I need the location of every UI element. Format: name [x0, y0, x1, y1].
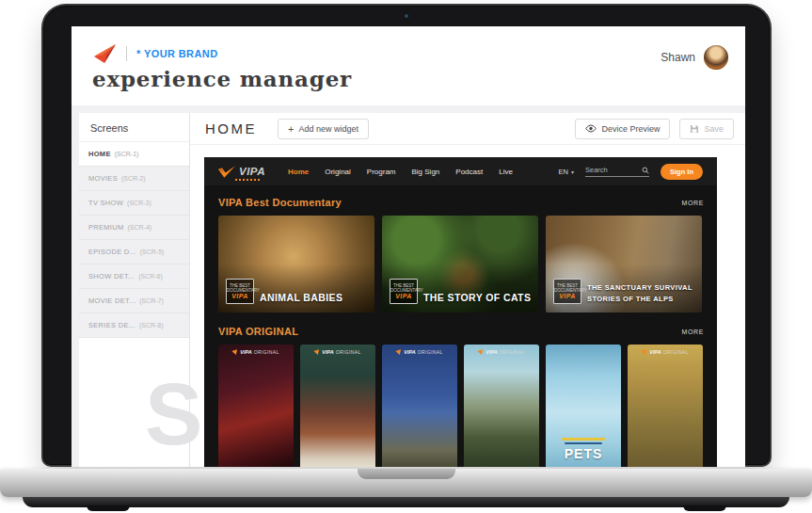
laptop-base	[0, 469, 812, 497]
chevron-down-icon: ▾	[571, 168, 574, 175]
poster-red-action-drama[interactable]: VIPA ORIGINAL	[218, 345, 294, 467]
poster-city-trio[interactable]: VIPA ORIGINAL	[464, 345, 539, 467]
sidebar-item-home[interactable]: HOME (SCR-1)	[79, 142, 189, 167]
vipa-documentary-badge: THE BEST DOCUMENTARY VIPA	[226, 279, 254, 304]
vipa-original-badge: VIPA ORIGINAL	[300, 349, 375, 355]
vipa-original-badge: VIPA ORIGINAL	[382, 349, 457, 355]
save-label: Save	[704, 124, 724, 134]
brand-name: * YOUR BRAND	[136, 48, 218, 59]
screen-code: (SCR-7)	[139, 297, 164, 304]
sign-in-button[interactable]: Sign In	[661, 164, 703, 180]
card-title: THE SANCTUARY SURVIVAL STORIES OF THE AL…	[587, 282, 696, 305]
pets-title: PETS	[565, 446, 603, 461]
pets-subtitle-bar	[565, 442, 602, 444]
poster-bicycle-ride[interactable]: VIPA ORIGINAL	[628, 345, 703, 467]
site-nav-right: EN ▾ Search Sign In	[559, 164, 703, 180]
poster-food-show[interactable]: VIPA ORIGINAL	[300, 345, 375, 467]
documentary-card-animal-babies[interactable]: THE BEST DOCUMENTARY VIPA ANIMAL BABIES	[218, 216, 374, 313]
sidebar-item-episode-detail[interactable]: EPISODE D... (SCR-5)	[79, 240, 189, 265]
screen-title: HOME	[205, 120, 257, 136]
poster-badge-label: ORIGINAL	[500, 349, 525, 355]
laptop-lid-notch	[358, 469, 455, 479]
screen-label: HOME	[88, 150, 111, 158]
sidebar-item-show-detail[interactable]: SHOW DET... (SCR-6)	[79, 265, 189, 289]
badge-brand-text: VIPA	[559, 293, 575, 299]
language-dropdown[interactable]: EN ▾	[559, 168, 574, 176]
screen-label: SERIES DE...	[88, 321, 135, 329]
badge-top-text: THE BEST DOCUMENTARY	[554, 283, 581, 294]
site-navbar: VIPA Home Original Program Big Sign Podc…	[204, 157, 717, 185]
device-preview-label: Device Preview	[601, 124, 660, 134]
vipa-original-badge: VIPA ORIGINAL	[628, 349, 703, 355]
laptop-foot	[683, 505, 726, 511]
card-title: ANIMAL BABIES	[260, 292, 342, 303]
vipa-wordmark: VIPA	[239, 166, 265, 177]
avatar[interactable]	[704, 45, 728, 70]
screen-label: MOVIE DET...	[88, 297, 135, 305]
vipa-original-badge: VIPA ORIGINAL	[464, 349, 539, 355]
pets-title-block: PETS	[546, 438, 621, 461]
screen-label: PREMIUM	[88, 223, 124, 232]
save-button[interactable]: Save	[679, 119, 734, 139]
page-title: experience manager	[92, 66, 352, 91]
sidebar-item-premium[interactable]: PREMIUM (SCR-4)	[79, 216, 189, 240]
badge-brand-text: VIPA	[395, 293, 411, 299]
poster-girl-trio[interactable]: VIPA ORIGINAL	[382, 345, 457, 467]
user-box: Shawn	[661, 45, 728, 70]
sidebar-item-series-detail[interactable]: SERIES DE... (SCR-8)	[79, 313, 189, 338]
site-nav-original[interactable]: Original	[325, 168, 351, 176]
search-placeholder: Search	[585, 166, 608, 174]
section-title: VIPA Best Documentary	[218, 197, 342, 208]
screen-code: (SCR-8)	[139, 322, 164, 329]
brand-row: * YOUR BRAND	[92, 43, 218, 64]
plus-icon: +	[288, 125, 294, 133]
device-preview-panel: VIPA Home Original Program Big Sign Podc…	[204, 157, 717, 467]
poster-pets[interactable]: PETS	[546, 345, 621, 467]
sidebar-item-movies[interactable]: MOVIES (SCR-2)	[79, 167, 189, 191]
site-nav-program[interactable]: Program	[367, 168, 396, 176]
badge-top-text: THE BEST DOCUMENTARY	[390, 283, 417, 294]
screen-label: MOVIES	[88, 174, 118, 183]
screen-code: (SCR-1)	[115, 151, 139, 157]
screen-code: (SCR-4)	[128, 224, 152, 231]
poster-badge-brand: VIPA	[649, 349, 661, 355]
vipa-glyph-icon	[478, 349, 485, 356]
section-head-documentary: VIPA Best Documentary MORE	[204, 197, 717, 208]
screen-label: EPISODE D...	[88, 248, 136, 256]
section-head-original: VIPA ORIGINAL MORE	[204, 326, 717, 337]
add-new-widget-button[interactable]: + Add new widget	[278, 119, 369, 139]
site-nav-home[interactable]: Home	[288, 168, 309, 176]
device-preview-button[interactable]: Device Preview	[575, 119, 670, 139]
documentary-card-story-of-cats[interactable]: THE BEST DOCUMENTARY VIPA THE STORY OF C…	[382, 216, 538, 313]
sidebar-title: Screens	[79, 113, 189, 142]
search-icon	[642, 167, 649, 174]
pets-banner-bar	[562, 438, 605, 441]
main-toolbar: HOME + Add new widget Device Preview	[190, 113, 745, 145]
screen-code: (SCR-5)	[140, 248, 165, 255]
screen-code: (SCR-6)	[138, 273, 163, 280]
poster-badge-brand: VIPA	[404, 349, 415, 355]
poster-badge-label: ORIGINAL	[254, 349, 279, 355]
search-input[interactable]: Search	[585, 166, 649, 177]
laptop-mockup: * YOUR BRAND experience manager Shawn Sc…	[0, 0, 812, 513]
divider	[126, 46, 127, 61]
card-title: THE STORY OF CATS	[423, 292, 531, 303]
more-link[interactable]: MORE	[682, 200, 704, 206]
badge-brand-text: VIPA	[231, 293, 247, 299]
sidebar-item-tv-show[interactable]: TV SHOW (SCR-3)	[79, 191, 189, 216]
sidebar-item-movie-detail[interactable]: MOVIE DET... (SCR-7)	[79, 289, 189, 313]
site-logo[interactable]: VIPA	[218, 166, 265, 178]
screen-label: SHOW DET...	[88, 272, 135, 281]
site-nav-big-sign[interactable]: Big Sign	[412, 168, 440, 176]
site-nav-podcast[interactable]: Podcast	[455, 168, 483, 176]
laptop-foot	[87, 505, 130, 511]
vipa-documentary-badge: THE BEST DOCUMENTARY VIPA	[553, 279, 581, 304]
laptop-bottom-edge	[23, 497, 789, 507]
site-nav-live[interactable]: Live	[499, 168, 513, 176]
documentary-card-sanctuary-alps[interactable]: THE BEST DOCUMENTARY VIPA THE SANCTUARY …	[546, 216, 702, 313]
logo-tagline-strip	[235, 179, 260, 181]
more-link[interactable]: MORE	[682, 329, 704, 335]
language-label: EN	[559, 168, 568, 176]
app-header: * YOUR BRAND experience manager Shawn	[72, 26, 745, 105]
vipa-glyph-icon	[396, 349, 403, 356]
